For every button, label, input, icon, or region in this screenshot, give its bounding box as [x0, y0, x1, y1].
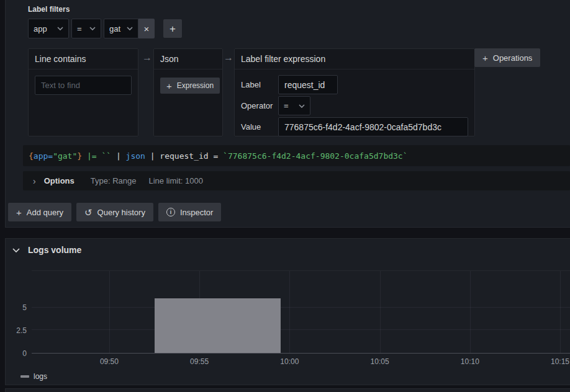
chevron-right-icon: ›	[33, 176, 36, 186]
label-filter-operator-select[interactable]: =	[71, 19, 101, 38]
x-tick-label: 10:10	[461, 357, 479, 366]
line-contains-card: Line contains	[28, 48, 138, 136]
options-type: Type: Range	[91, 176, 137, 185]
plus-icon: +	[170, 24, 176, 34]
label-filters-row: app = gat × +	[28, 19, 182, 38]
query-token	[82, 151, 87, 161]
plus-icon: +	[16, 207, 22, 218]
add-expression-label: Expression	[177, 81, 214, 90]
query-token	[121, 151, 126, 161]
label-filter-expression-card: Label filter expression Label Operator =…	[234, 48, 475, 136]
json-card: Json + Expression	[153, 48, 223, 136]
x-gridline	[380, 271, 381, 353]
label-filter-expression-title: Label filter expression	[241, 54, 325, 64]
label-filter-expression-header: Label filter expression	[235, 49, 474, 69]
label-filter-expression-body: Label Operator = Value	[235, 69, 474, 136]
plus-icon: +	[482, 53, 488, 63]
chevron-down-icon	[57, 27, 63, 30]
y-tick-label: 2.5	[6, 326, 27, 335]
x-tick-label: 09:55	[190, 357, 209, 366]
label-filter-value-select[interactable]: gat	[104, 19, 138, 38]
legend-item-logs[interactable]: logs	[20, 372, 47, 381]
query-token: json	[126, 151, 145, 161]
query-preview[interactable]: {app="gat"} |= `` | json | request_id = …	[23, 145, 570, 166]
query-token: |=	[87, 151, 97, 161]
legend-label: logs	[34, 372, 47, 381]
logs-volume-panel: Logs volume 09:5009:5510:0010:0510:1010:…	[5, 238, 570, 385]
add-expression-button[interactable]: + Expression	[160, 78, 220, 94]
close-icon: ×	[144, 24, 150, 33]
query-token: |	[116, 151, 121, 161]
label-filters-title: Label filters	[28, 5, 70, 14]
chevron-down-icon	[89, 27, 96, 30]
logs-volume-bar	[155, 298, 281, 353]
query-editor-panel: Label filters app = gat × + Line contain…	[5, 0, 570, 228]
query-history-label: Query history	[97, 208, 145, 217]
x-gridline	[109, 271, 110, 353]
json-title: Json	[160, 54, 179, 64]
query-token: }	[77, 151, 82, 161]
y-gridline	[32, 329, 570, 330]
x-tick-label: 10:15	[551, 357, 569, 366]
x-tick-label: 10:00	[280, 357, 299, 366]
y-tick-label: 0	[6, 349, 27, 358]
chevron-down-icon	[12, 248, 20, 252]
label-filter-value-value: gat	[109, 24, 120, 33]
value-field-label: Value	[241, 122, 278, 131]
json-header: Json	[154, 49, 222, 69]
y-tick-label: 5	[6, 303, 27, 312]
value-field-input[interactable]	[278, 117, 468, 136]
label-field-row: Label	[241, 75, 468, 94]
operator-field-row: Operator =	[241, 96, 468, 115]
operator-field-label: Operator	[241, 101, 278, 110]
logs-volume-plot[interactable]: 09:5009:5510:0010:0510:1010:15	[32, 270, 570, 354]
toolbar: + Add query ↺ Query history i Inspector	[8, 203, 221, 221]
label-field-label: Label	[241, 80, 278, 89]
operator-field-value: =	[284, 101, 289, 110]
history-icon: ↺	[84, 208, 93, 217]
query-token: ``	[101, 151, 111, 161]
add-query-button[interactable]: + Add query	[8, 203, 71, 221]
logs-volume-title: Logs volume	[28, 245, 81, 255]
label-filter-operator-value: =	[77, 24, 82, 33]
query-history-button[interactable]: ↺ Query history	[76, 203, 153, 221]
inspector-label: Inspector	[180, 208, 213, 217]
x-tick-label: 09:50	[100, 357, 119, 366]
y-gridline	[32, 307, 570, 308]
logs-volume-header[interactable]: Logs volume	[6, 239, 81, 261]
query-token: "gat"	[53, 151, 77, 161]
line-contains-header: Line contains	[29, 49, 138, 69]
x-gridline	[560, 271, 561, 353]
options-label: Options	[44, 176, 75, 185]
chart-legend: logs	[20, 369, 47, 381]
query-token	[145, 151, 150, 161]
label-field-input[interactable]	[278, 75, 338, 94]
remove-label-filter-button[interactable]: ×	[138, 19, 155, 38]
chevron-down-icon	[299, 104, 305, 108]
label-filter-key-select[interactable]: app	[28, 19, 69, 38]
value-field-row: Value	[241, 117, 468, 136]
query-token: {	[29, 151, 34, 161]
query-token	[111, 151, 116, 161]
logs-volume-chart: 09:5009:5510:0010:0510:1010:15 02.55	[6, 270, 570, 354]
flow-arrow-icon: →	[142, 52, 152, 63]
next-panel-edge	[5, 388, 570, 392]
query-token: app=	[34, 151, 53, 161]
options-row[interactable]: › Options Type: Range Line limit: 1000	[23, 171, 570, 190]
operations-button[interactable]: + Operations	[474, 48, 540, 67]
info-icon: i	[166, 208, 175, 216]
options-line-limit: Line limit: 1000	[149, 176, 203, 185]
add-query-label: Add query	[27, 208, 63, 217]
inspector-button[interactable]: i Inspector	[158, 203, 221, 221]
operator-field-select[interactable]: =	[278, 96, 310, 115]
flow-arrow-icon: →	[224, 52, 233, 63]
query-preview-code: {app="gat"} |= `` | json | request_id = …	[29, 151, 408, 161]
add-label-filter-button[interactable]: +	[163, 19, 182, 38]
label-filter-key-value: app	[34, 24, 47, 33]
legend-swatch	[20, 375, 29, 378]
text-to-find-input[interactable]	[35, 76, 132, 95]
x-tick-label: 10:05	[371, 357, 389, 366]
x-gridline	[470, 271, 471, 353]
line-contains-title: Line contains	[35, 54, 86, 64]
query-token: |	[150, 151, 155, 161]
